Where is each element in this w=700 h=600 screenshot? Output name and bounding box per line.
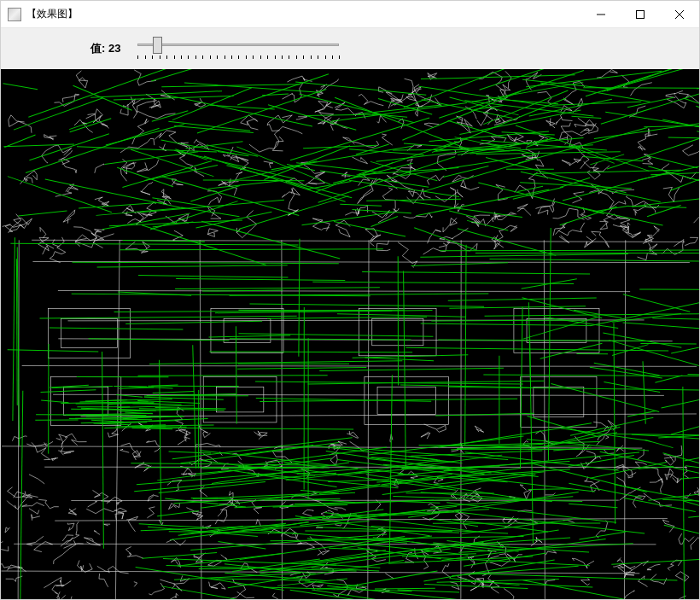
trackbar-container (131, 37, 346, 61)
close-icon (675, 10, 684, 19)
slider-track (137, 44, 339, 46)
slider-thumb[interactable] (153, 37, 162, 54)
edge-detection-svg (1, 69, 699, 599)
titlebar: 【效果图】 (1, 1, 699, 28)
value-label: 值: 23 (90, 41, 120, 56)
image-canvas (1, 69, 699, 599)
svg-line-490 (114, 386, 147, 387)
maximize-icon (636, 10, 645, 19)
window-title: 【效果图】 (26, 7, 78, 21)
main-window: 【效果图】 值: 23 (0, 0, 700, 600)
svg-line-247 (238, 310, 392, 311)
svg-line-360 (375, 588, 435, 589)
svg-rect-1 (637, 10, 645, 18)
app-icon (8, 8, 21, 21)
window-controls (581, 1, 699, 27)
slider-ticks (131, 55, 346, 61)
toolbar: 值: 23 (1, 28, 699, 69)
titlebar-left: 【效果图】 (8, 7, 78, 21)
threshold-slider[interactable] (131, 37, 346, 57)
maximize-button[interactable] (621, 1, 660, 27)
svg-line-542 (640, 343, 696, 344)
svg-line-510 (140, 426, 186, 427)
minimize-icon (597, 10, 605, 19)
minimize-button[interactable] (581, 1, 621, 27)
svg-line-46 (203, 180, 305, 181)
close-button[interactable] (660, 1, 699, 27)
